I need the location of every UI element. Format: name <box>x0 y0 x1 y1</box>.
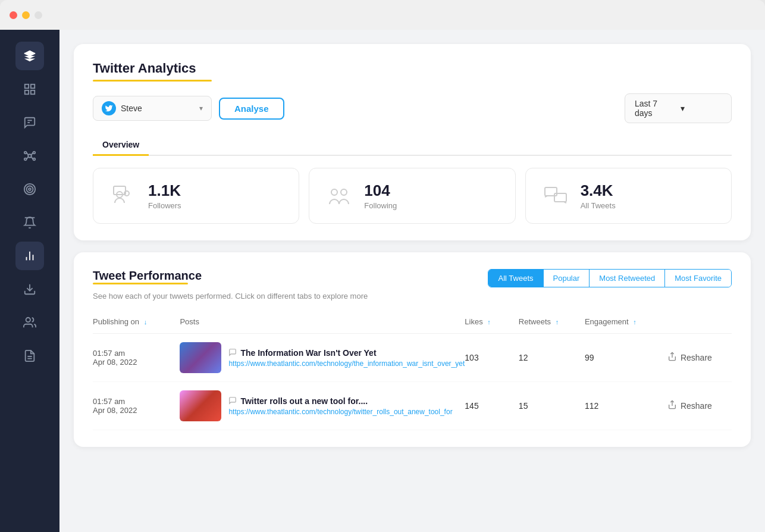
reshare-button-1[interactable]: Reshare <box>663 349 732 366</box>
post-link-1[interactable]: https://www.theatlantic.com/technology/t… <box>228 359 465 368</box>
perf-title-section: Tweet Performance <box>93 269 202 289</box>
svg-point-11 <box>33 158 36 161</box>
sidebar-item-network[interactable] <box>15 142 44 170</box>
svg-point-24 <box>26 318 30 322</box>
analyse-button[interactable]: Analyse <box>219 98 284 120</box>
sidebar-item-export[interactable] <box>15 275 44 303</box>
tweet-performance-card: Tweet Performance All Tweets Popular Mos… <box>74 252 751 447</box>
account-selector[interactable]: Steve ▾ <box>93 96 212 121</box>
svg-point-17 <box>27 186 33 193</box>
perf-header: Tweet Performance All Tweets Popular Mos… <box>93 269 732 289</box>
col-likes[interactable]: Likes ↑ <box>465 312 519 334</box>
svg-line-15 <box>32 157 33 159</box>
sidebar-item-reports[interactable] <box>15 342 44 370</box>
action-cell-2: Reshare <box>663 382 732 430</box>
svg-point-18 <box>29 188 31 190</box>
svg-rect-27 <box>114 186 126 195</box>
sidebar-item-target[interactable] <box>15 175 44 204</box>
svg-line-13 <box>32 153 33 155</box>
sidebar-item-navigation[interactable] <box>15 42 44 70</box>
title-underline <box>93 80 212 82</box>
svg-point-31 <box>341 189 347 195</box>
svg-point-7 <box>28 154 32 158</box>
retweets-1: 12 <box>519 334 585 382</box>
sort-arrow-engagement: ↑ <box>633 318 637 326</box>
col-retweets[interactable]: Retweets ↑ <box>519 312 585 334</box>
post-content-1: The Information War Isn't Over Yet https… <box>228 348 465 368</box>
filter-tab-most-retweeted[interactable]: Most Retweeted <box>590 270 665 287</box>
overview-tabs: Overview <box>93 135 732 156</box>
stat-tweets-text: 3.4K All Tweets <box>581 181 616 210</box>
post-type-icon-2 <box>228 396 237 406</box>
tweets-value: 3.4K <box>581 181 616 200</box>
tweets-label: All Tweets <box>581 201 616 210</box>
following-value: 104 <box>364 181 397 200</box>
svg-point-30 <box>331 189 337 195</box>
following-label: Following <box>364 201 397 210</box>
perf-description: See how each of your twwets performed. C… <box>93 292 732 301</box>
col-engagement[interactable]: Engagement ↑ <box>585 312 663 334</box>
col-publishing-on[interactable]: Publishing on ↓ <box>93 312 180 334</box>
sidebar-item-campaigns[interactable] <box>15 208 44 237</box>
date-range-selector[interactable]: Last 7 days ▾ <box>625 93 732 123</box>
sort-arrow-retweets: ↑ <box>556 318 559 326</box>
sort-arrow-likes: ↑ <box>487 318 491 326</box>
date-range-label: Last 7 days <box>635 99 676 118</box>
filter-tab-popular[interactable]: Popular <box>544 270 590 287</box>
svg-rect-2 <box>31 85 35 88</box>
post-content-2: Twitter rolls out a new tool for.... htt… <box>228 396 452 416</box>
engagement-1: 99 <box>585 334 663 382</box>
col-action <box>663 312 732 334</box>
reshare-label-2: Reshare <box>681 401 712 411</box>
tab-overview[interactable]: Overview <box>93 135 149 156</box>
svg-rect-3 <box>25 90 29 94</box>
action-cell-1: Reshare <box>663 334 732 382</box>
stat-tweets: 3.4K All Tweets <box>525 168 732 224</box>
post-type-icon-1 <box>228 348 237 358</box>
post-link-2[interactable]: https://www.theatlantic.com/technology/t… <box>228 408 452 416</box>
sidebar-item-dashboard[interactable] <box>15 75 44 104</box>
svg-point-8 <box>24 152 27 154</box>
main-content: Twitter Analytics Steve ▾ Analyse Last 7… <box>59 30 765 532</box>
col-posts: Posts <box>180 312 465 334</box>
filter-tab-most-favorite[interactable]: Most Favorite <box>665 270 731 287</box>
stat-following: 104 Following <box>309 168 515 224</box>
titlebar <box>0 0 765 30</box>
post-title-1: The Information War Isn't Over Yet <box>240 348 376 358</box>
toolbar-row: Steve ▾ Analyse Last 7 days ▾ <box>93 93 732 123</box>
svg-line-14 <box>27 157 29 159</box>
date-chevron-icon: ▾ <box>681 104 722 113</box>
likes-2: 145 <box>465 382 519 430</box>
svg-point-9 <box>33 152 36 154</box>
reshare-icon-1 <box>667 352 677 364</box>
publishing-time-2: 01:57 am Apr 08, 2022 <box>93 382 180 430</box>
minimize-button[interactable] <box>22 11 30 19</box>
stat-followers-text: 1.1K Followers <box>148 181 181 210</box>
table-row: 01:57 am Apr 08, 2022 <box>93 334 732 382</box>
filter-tab-all-tweets[interactable]: All Tweets <box>488 270 543 287</box>
svg-point-10 <box>24 158 27 161</box>
close-button[interactable] <box>10 11 17 19</box>
reshare-icon-2 <box>667 400 677 412</box>
reshare-label-1: Reshare <box>681 353 712 362</box>
sidebar-item-analytics[interactable] <box>15 242 44 270</box>
table-row: 01:57 am Apr 08, 2022 <box>93 382 732 430</box>
retweets-2: 15 <box>519 382 585 430</box>
svg-marker-0 <box>24 51 35 56</box>
post-title-2: Twitter rolls out a new tool for.... <box>240 396 368 406</box>
following-icon <box>324 180 355 211</box>
maximize-button[interactable] <box>35 11 42 19</box>
sidebar-item-team[interactable] <box>15 308 44 337</box>
svg-line-12 <box>27 153 29 155</box>
post-cell-2: Twitter rolls out a new tool for.... htt… <box>180 382 465 430</box>
chevron-down-icon: ▾ <box>199 104 203 112</box>
twitter-icon <box>102 101 116 115</box>
account-name: Steve <box>121 104 195 113</box>
stats-row: 1.1K Followers 104 <box>93 168 732 224</box>
post-thumbnail-1 <box>180 342 221 373</box>
svg-rect-4 <box>31 90 35 94</box>
reshare-button-2[interactable]: Reshare <box>663 398 732 414</box>
followers-label: Followers <box>148 201 181 210</box>
table-header-row: Publishing on ↓ Posts Likes ↑ Retweets <box>93 312 732 334</box>
sidebar-item-messages[interactable] <box>15 108 44 137</box>
